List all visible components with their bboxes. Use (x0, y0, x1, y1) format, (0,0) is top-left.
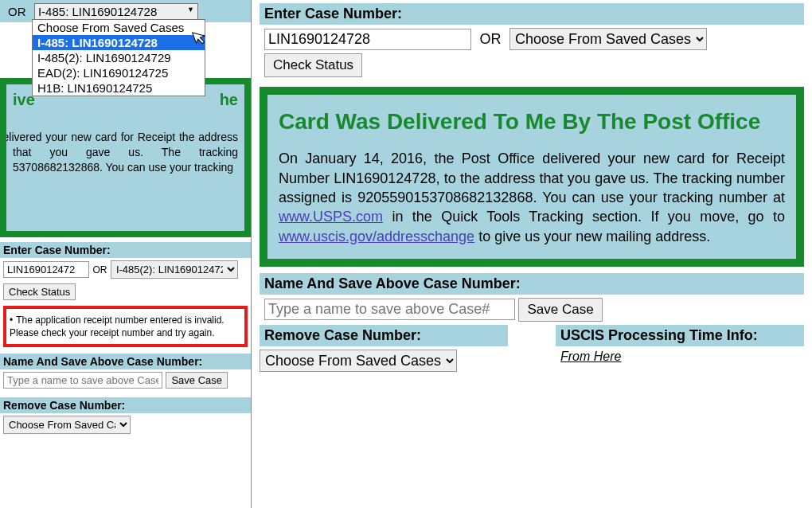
check-status-button-left[interactable]: Check Status (3, 283, 76, 300)
saved-cases-dropdown-open[interactable]: Choose From Saved Cases I-485: LIN169012… (32, 19, 205, 96)
save-case-name-input[interactable] (264, 299, 515, 320)
dropdown-option-3[interactable]: EAD(2): LIN1690124725 (33, 65, 205, 80)
saved-cases-select[interactable]: Choose From Saved Cases (509, 28, 707, 50)
from-here-link[interactable]: From Here (560, 350, 621, 363)
case-number-input[interactable] (264, 29, 471, 50)
or-label: OR (479, 31, 501, 47)
case-number-input-left[interactable] (3, 261, 89, 278)
dropdown-option-2[interactable]: I-485(2): LIN1690124729 (33, 50, 205, 65)
name-save-label-left: Name And Save Above Case Number: (0, 354, 251, 369)
error-message-text: The application receipt number entered i… (10, 315, 224, 338)
status-body-text-3: to give us your new mailing address. (474, 229, 710, 244)
status-body: On January 14, 2016, the Post Office del… (279, 149, 785, 245)
remove-case-label-left: Remove Case Number: (0, 397, 251, 413)
enter-case-label: Enter Case Number: (260, 3, 804, 25)
remove-case-select-left[interactable]: Choose From Saved Cases (3, 416, 131, 434)
save-case-button[interactable]: Save Case (518, 298, 602, 322)
bullet-icon: • (10, 315, 13, 326)
remove-case-label: Remove Case Number: (260, 325, 508, 346)
dropdown-option-placeholder[interactable]: Choose From Saved Cases (33, 20, 205, 35)
status-body-fragment: t Office delivered your new card for Rec… (13, 130, 238, 175)
dropdown-option-selected[interactable]: I-485: LIN1690124728 (33, 35, 205, 50)
status-body-text-2: in the Quick Tools Tracking section. If … (383, 209, 785, 225)
name-save-label: Name And Save Above Case Number: (260, 273, 804, 295)
status-box-left: ive he t Office delivered your new card … (0, 78, 251, 237)
error-message-box: •The application receipt number entered … (3, 306, 248, 347)
dropdown-option-4[interactable]: H1B: LIN1690124725 (33, 80, 205, 96)
remove-case-select[interactable]: Choose From Saved Cases (260, 350, 457, 372)
check-status-button[interactable]: Check Status (264, 53, 362, 77)
save-case-button-left[interactable]: Save Case (166, 372, 228, 389)
status-title-fragment-right: he (220, 91, 238, 109)
processing-time-label: USCIS Processing Time Info: (556, 325, 804, 346)
or-label-left-2: OR (92, 264, 107, 275)
status-title: Card Was Delivered To Me By The Post Off… (279, 107, 785, 136)
saved-cases-select-top-left[interactable]: I-485: LIN1690124728 (34, 3, 198, 20)
save-case-name-input-left[interactable] (3, 372, 162, 389)
usps-link[interactable]: www.USPS.com (279, 209, 383, 225)
left-panel: OR I-485: LIN1690124728 Choose From Save… (0, 0, 252, 508)
status-body-text-1: On January 14, 2016, the Post Office del… (279, 150, 785, 205)
enter-case-label-left: Enter Case Number: (0, 242, 251, 258)
status-box: Card Was Delivered To Me By The Post Off… (260, 87, 804, 267)
right-panel: Enter Case Number: OR Choose From Saved … (252, 0, 812, 508)
uscis-link[interactable]: www.uscis.gov/addresschange (279, 229, 474, 244)
or-label-left: OR (8, 5, 26, 18)
saved-cases-select-mid-left[interactable]: I-485(2): LIN1690124729 (111, 260, 238, 279)
